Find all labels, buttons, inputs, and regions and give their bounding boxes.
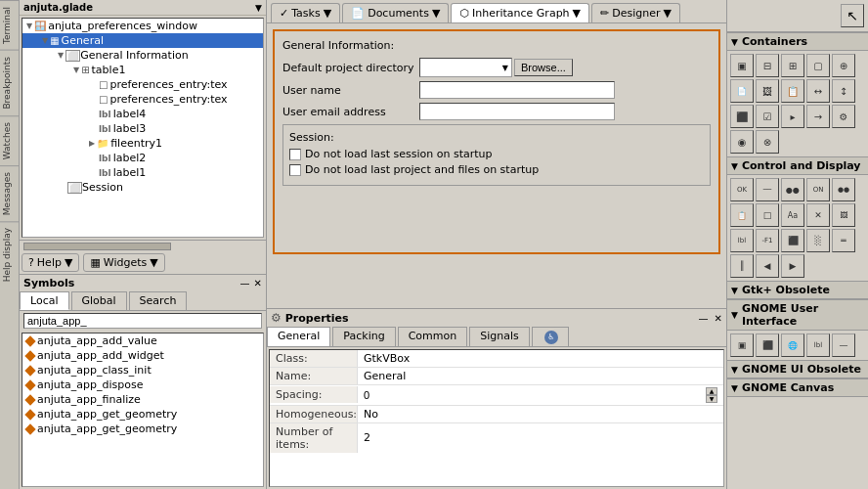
sidebar-tab-terminal[interactable]: Terminal [0, 0, 19, 50]
widget-btn-12[interactable]: ▸ [781, 105, 804, 128]
tree-body[interactable]: ▼ 🪟 anjuta_preferences_window ▼ ▦ Genera… [22, 18, 264, 238]
ctrl-btn-2[interactable]: ●● [781, 178, 804, 201]
sym-item-6[interactable]: anjuta_app_get_geometry [22, 422, 263, 436]
tree-item-label1[interactable]: lbl label1 [22, 165, 263, 180]
check-0[interactable] [289, 149, 301, 160]
tree-header-arrow[interactable]: ▼ [255, 3, 262, 13]
sym-item-1[interactable]: anjuta_app_add_widget [22, 348, 263, 363]
sym-item-4[interactable]: anjuta_app_finalize [22, 392, 263, 407]
widget-btn-3[interactable]: ▢ [806, 54, 830, 77]
props-collapse-btn[interactable]: — [699, 313, 709, 324]
tree-item-table1[interactable]: ▼ ⊞ table1 [22, 63, 263, 77]
help-button[interactable]: ? Help ▼ [22, 253, 79, 272]
widgets-button[interactable]: ▦ Widgets ▼ [83, 253, 164, 272]
tab-inheritance[interactable]: ⬡ Inheritance Graph ▼ [451, 3, 589, 22]
spin-down-spacing[interactable]: ▼ [706, 395, 717, 403]
props-tab-common[interactable]: Common [398, 327, 468, 346]
tree-scrollbar-h[interactable] [20, 240, 266, 251]
tree-item-general[interactable]: ▼ ▦ General [22, 33, 263, 48]
widget-btn-8[interactable]: ↔ [806, 79, 830, 103]
widget-btn-2[interactable]: ⊞ [781, 54, 804, 77]
props-val-name[interactable]: General [358, 368, 723, 384]
ctrl-btn-8[interactable]: ✕ [806, 203, 830, 227]
ctrl-btn-13[interactable]: ░ [806, 229, 830, 252]
ctrl-btn-7[interactable]: Aa [781, 203, 804, 227]
ctrl-btn-15[interactable]: ║ [730, 254, 754, 278]
props-tab-general[interactable]: General [267, 327, 330, 346]
tree-arrow-file[interactable]: ▶ [89, 139, 95, 148]
ctrl-btn-10[interactable]: lbl [730, 229, 754, 252]
widget-btn-14[interactable]: ⚙ [832, 105, 855, 128]
props-close-btn[interactable]: ✕ [715, 313, 722, 324]
ctrl-btn-4[interactable]: ●● [832, 178, 855, 201]
tree-item-entry2[interactable]: □ preferences_entry:tex [22, 92, 263, 107]
ctrl-btn-1[interactable]: ── [756, 178, 779, 201]
ctrl-btn-0[interactable]: OK [730, 178, 754, 201]
sym-item-2[interactable]: anjuta_app_class_init [22, 363, 263, 378]
tab-tasks[interactable]: ✓ Tasks ▼ [271, 3, 340, 22]
tasks-dropdown[interactable]: ▼ [324, 7, 331, 20]
ctrl-btn-11[interactable]: -F1 [756, 229, 779, 252]
symbols-list[interactable]: anjuta_app_add_value anjuta_app_add_widg… [22, 333, 264, 487]
sym-tab-global[interactable]: Global [71, 291, 127, 310]
tree-item-label4[interactable]: lbl label4 [22, 107, 263, 121]
tree-arrow-table1[interactable]: ▼ [73, 66, 79, 74]
props-val-homogeneous[interactable]: No [358, 406, 723, 422]
widget-btn-10[interactable]: ⬛ [730, 105, 754, 128]
widget-btn-15[interactable]: ◉ [730, 130, 754, 154]
sidebar-tab-breakpoints[interactable]: Breakpoints [0, 50, 19, 115]
tree-item-session[interactable]: ⬜ Session [22, 180, 263, 195]
containers-header[interactable]: ▼ Containers [727, 33, 868, 51]
gnome-btn-0[interactable]: ▣ [730, 333, 754, 357]
widget-btn-16[interactable]: ⊗ [756, 130, 779, 154]
sidebar-tab-helpdisplay[interactable]: Help display [0, 221, 19, 288]
gnome-canvas-header[interactable]: ▼ GNOME Canvas [727, 379, 868, 397]
widget-btn-0[interactable]: ▣ [730, 54, 754, 77]
ctrl-btn-5[interactable]: 📋 [730, 203, 754, 227]
props-tab-packing[interactable]: Packing [332, 327, 395, 346]
tree-arrow-general[interactable]: ▼ [42, 36, 48, 45]
gnome-obsolete-header[interactable]: ▼ GNOME UI Obsolete [727, 361, 868, 378]
ctrl-btn-16[interactable]: ◀ [756, 254, 779, 278]
props-val-items[interactable]: 2 [358, 429, 723, 446]
spin-up-spacing[interactable]: ▲ [706, 387, 717, 395]
widget-btn-4[interactable]: ⊕ [832, 54, 855, 77]
symbols-collapse-btn[interactable]: — [240, 278, 250, 289]
pointer-tool-button[interactable]: ↖ [841, 4, 864, 27]
tree-item-fileentry1[interactable]: ▶ 📁 fileentry1 [22, 136, 263, 151]
sym-item-3[interactable]: anjuta_app_dispose [22, 378, 263, 392]
inherit-dropdown[interactable]: ▼ [573, 7, 581, 20]
sym-tab-search[interactable]: Search [129, 291, 188, 310]
ctrl-btn-17[interactable]: ▶ [781, 254, 804, 278]
control-header[interactable]: ▼ Control and Display [727, 157, 868, 175]
gnome-header[interactable]: ▼ GNOME User Interface [727, 300, 868, 331]
ctrl-btn-14[interactable]: ═ [832, 229, 855, 252]
form-combo-dir[interactable]: ▼ [419, 58, 512, 77]
props-val-class[interactable]: GtkVBox [358, 350, 723, 367]
sym-item-5[interactable]: anjuta_app_get_geometry [22, 407, 263, 422]
form-input-email[interactable] [419, 103, 615, 120]
tree-arrow-root[interactable]: ▼ [26, 22, 32, 30]
check-1[interactable] [289, 164, 301, 176]
ctrl-btn-12[interactable]: ⬛ [781, 229, 804, 252]
props-tab-signals[interactable]: Signals [469, 327, 530, 346]
widget-btn-6[interactable]: 🖼 [756, 79, 779, 103]
tree-item-root[interactable]: ▼ 🪟 anjuta_preferences_window [22, 19, 263, 33]
props-tab-accessibility[interactable]: ♿ [532, 327, 569, 346]
ctrl-btn-9[interactable]: 🖼 [832, 203, 855, 227]
help-dropdown-icon[interactable]: ▼ [65, 256, 72, 269]
widget-btn-5[interactable]: 📄 [730, 79, 754, 103]
gnome-btn-2[interactable]: 🌐 [781, 333, 804, 357]
symbols-close-btn[interactable]: ✕ [254, 278, 262, 289]
sym-item-0[interactable]: anjuta_app_add_value [22, 333, 263, 348]
form-input-username[interactable] [419, 81, 615, 99]
ctrl-btn-3[interactable]: ON [806, 178, 830, 201]
widgets-dropdown-icon[interactable]: ▼ [150, 256, 157, 269]
docs-dropdown[interactable]: ▼ [432, 7, 440, 20]
sidebar-tab-messages[interactable]: Messages [0, 165, 19, 221]
widget-btn-11[interactable]: ☑ [756, 105, 779, 128]
ctrl-btn-6[interactable]: □ [756, 203, 779, 227]
designer-dropdown[interactable]: ▼ [664, 7, 672, 20]
tree-item-label3[interactable]: lbl label3 [22, 121, 263, 136]
props-val-spacing[interactable]: ▲ ▼ [358, 385, 723, 405]
